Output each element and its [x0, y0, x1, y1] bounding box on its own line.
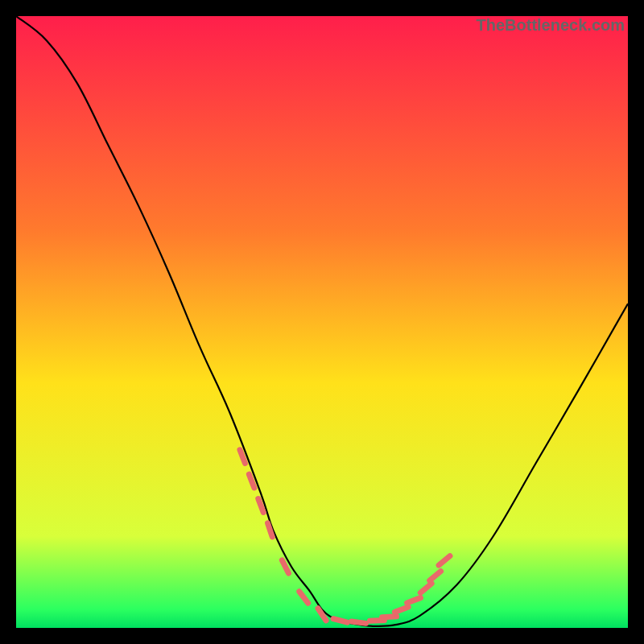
marker-dot — [382, 617, 397, 617]
marker-dot — [369, 620, 384, 621]
chart-frame: TheBottleneck.com — [16, 16, 628, 628]
marker-dot — [333, 619, 347, 623]
gradient-background — [16, 16, 628, 628]
bottleneck-chart — [16, 16, 628, 628]
marker-dot — [352, 621, 366, 623]
